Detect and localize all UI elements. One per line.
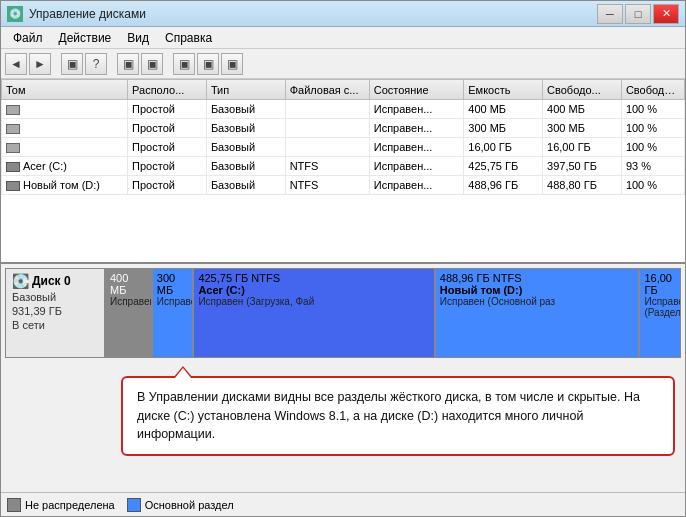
cell-raspo: Простой xyxy=(128,157,207,176)
col-header-tom[interactable]: Том xyxy=(2,80,128,100)
cell-tom xyxy=(2,138,128,157)
forward-button[interactable]: ► xyxy=(29,53,51,75)
partition-status: Исправен xyxy=(110,296,147,307)
partition-status: Исправен (Раздел xyxy=(644,296,676,318)
table-row[interactable]: ПростойБазовыйИсправен...16,00 ГБ16,00 Г… xyxy=(2,138,685,157)
disk-table-area[interactable]: Том Располо... Тип Файловая с... Состоян… xyxy=(1,79,685,264)
title-bar: 💿 Управление дисками ─ □ ✕ xyxy=(1,1,685,27)
col-header-fs[interactable]: Файловая с... xyxy=(285,80,369,100)
table-row[interactable]: Acer (C:)ПростойБазовыйNTFSИсправен...42… xyxy=(2,157,685,176)
cell-cap: 300 МБ xyxy=(464,119,543,138)
callout-arrow xyxy=(173,366,193,378)
legend-unalloc: Не распределена xyxy=(7,498,115,512)
minimize-button[interactable]: ─ xyxy=(597,4,623,24)
partition-4[interactable]: 16,00 ГБИсправен (Раздел xyxy=(640,269,680,357)
col-header-free[interactable]: Свободо... xyxy=(543,80,622,100)
table-row[interactable]: ПростойБазовыйИсправен...300 МБ300 МБ100… xyxy=(2,119,685,138)
window-icon: 💿 xyxy=(7,6,23,22)
tool-btn-help[interactable]: ? xyxy=(85,53,107,75)
col-header-state[interactable]: Состояние xyxy=(369,80,464,100)
partition-size: 488,96 ГБ NTFS xyxy=(440,272,635,284)
cell-cap: 16,00 ГБ xyxy=(464,138,543,157)
cell-tip: Базовый xyxy=(206,100,285,119)
disk-status: В сети xyxy=(12,319,98,331)
disk-area: 💽 Диск 0 Базовый 931,39 ГБ В сети 400 МБ… xyxy=(1,264,685,492)
back-button[interactable]: ◄ xyxy=(5,53,27,75)
partition-size: 400 МБ xyxy=(110,272,147,296)
col-header-freepct[interactable]: Свободно % xyxy=(621,80,684,100)
cell-free: 488,80 ГБ xyxy=(543,176,622,195)
tool-btn-2[interactable]: ▣ xyxy=(117,53,139,75)
tool-btn-6[interactable]: ▣ xyxy=(221,53,243,75)
cell-raspo: Простой xyxy=(128,100,207,119)
menu-action[interactable]: Действие xyxy=(51,29,120,47)
cell-raspo: Простой xyxy=(128,119,207,138)
col-header-cap[interactable]: Емкость xyxy=(464,80,543,100)
cell-tom: Новый том (D:) xyxy=(2,176,128,195)
cell-state: Исправен... xyxy=(369,100,464,119)
cell-free: 16,00 ГБ xyxy=(543,138,622,157)
legend-label-unalloc: Не распределена xyxy=(25,499,115,511)
callout-text: В Управлении дисками видны все разделы ж… xyxy=(137,390,640,442)
partition-1[interactable]: 300 МБИсправе... xyxy=(153,269,195,357)
cell-cap: 488,96 ГБ xyxy=(464,176,543,195)
cell-freepct: 100 % xyxy=(621,138,684,157)
cell-tip: Базовый xyxy=(206,157,285,176)
main-window: 💿 Управление дисками ─ □ ✕ Файл Действие… xyxy=(0,0,686,517)
partition-name: Новый том (D:) xyxy=(440,284,635,296)
cell-fs xyxy=(285,100,369,119)
disk-type: Базовый xyxy=(12,291,98,303)
legend-label-basic: Основной раздел xyxy=(145,499,234,511)
partition-status: Исправен (Загрузка, Фай xyxy=(198,296,429,307)
main-area: Том Располо... Тип Файловая с... Состоян… xyxy=(1,79,685,516)
cell-state: Исправен... xyxy=(369,176,464,195)
cell-free: 400 МБ xyxy=(543,100,622,119)
window-title: Управление дисками xyxy=(29,7,146,21)
cell-freepct: 100 % xyxy=(621,100,684,119)
cell-state: Исправен... xyxy=(369,119,464,138)
disk-partitions: 400 МБИсправен300 МБИсправе...425,75 ГБ … xyxy=(106,269,680,357)
menu-help[interactable]: Справка xyxy=(157,29,220,47)
cell-fs xyxy=(285,119,369,138)
cell-freepct: 93 % xyxy=(621,157,684,176)
partition-0[interactable]: 400 МБИсправен xyxy=(106,269,153,357)
partition-2[interactable]: 425,75 ГБ NTFSAcer (C:)Исправен (Загрузк… xyxy=(194,269,435,357)
menu-view[interactable]: Вид xyxy=(119,29,157,47)
legend-basic: Основной раздел xyxy=(127,498,234,512)
partition-3[interactable]: 488,96 ГБ NTFSНовый том (D:)Исправен (Ос… xyxy=(436,269,641,357)
cell-tip: Базовый xyxy=(206,176,285,195)
cell-raspo: Простой xyxy=(128,138,207,157)
title-bar-controls: ─ □ ✕ xyxy=(597,4,679,24)
tool-btn-5[interactable]: ▣ xyxy=(197,53,219,75)
col-header-tip[interactable]: Тип xyxy=(206,80,285,100)
legend-box-basic xyxy=(127,498,141,512)
partition-size: 16,00 ГБ xyxy=(644,272,676,296)
table-row[interactable]: Новый том (D:)ПростойБазовыйNTFSИсправен… xyxy=(2,176,685,195)
legend-box-unalloc xyxy=(7,498,21,512)
cell-free: 300 МБ xyxy=(543,119,622,138)
tool-btn-1[interactable]: ▣ xyxy=(61,53,83,75)
cell-state: Исправен... xyxy=(369,138,464,157)
cell-fs: NTFS xyxy=(285,176,369,195)
cell-state: Исправен... xyxy=(369,157,464,176)
toolbar: ◄ ► ▣ ? ▣ ▣ ▣ ▣ ▣ xyxy=(1,49,685,79)
partition-name: Acer (C:) xyxy=(198,284,429,296)
tool-btn-3[interactable]: ▣ xyxy=(141,53,163,75)
table-header-row: Том Располо... Тип Файловая с... Состоян… xyxy=(2,80,685,100)
disk-row-0: 💽 Диск 0 Базовый 931,39 ГБ В сети 400 МБ… xyxy=(5,268,681,358)
table-row[interactable]: ПростойБазовыйИсправен...400 МБ400 МБ100… xyxy=(2,100,685,119)
partition-size: 425,75 ГБ NTFS xyxy=(198,272,429,284)
menu-bar: Файл Действие Вид Справка xyxy=(1,27,685,49)
cell-fs xyxy=(285,138,369,157)
disk-size: 931,39 ГБ xyxy=(12,305,98,317)
cell-raspo: Простой xyxy=(128,176,207,195)
callout-box: В Управлении дисками видны все разделы ж… xyxy=(121,376,675,456)
menu-file[interactable]: Файл xyxy=(5,29,51,47)
cell-tom: Acer (C:) xyxy=(2,157,128,176)
col-header-raspo[interactable]: Располо... xyxy=(128,80,207,100)
cell-cap: 400 МБ xyxy=(464,100,543,119)
close-button[interactable]: ✕ xyxy=(653,4,679,24)
cell-tom xyxy=(2,100,128,119)
tool-btn-4[interactable]: ▣ xyxy=(173,53,195,75)
maximize-button[interactable]: □ xyxy=(625,4,651,24)
